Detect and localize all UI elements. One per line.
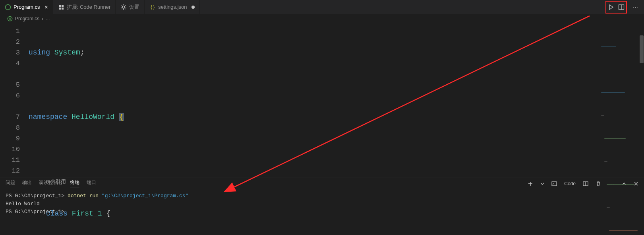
csharp-icon (7, 16, 13, 21)
svg-point-0 (6, 4, 11, 10)
tab-0[interactable]: Program.cs× (0, 0, 53, 14)
tab-1[interactable]: 扩展: Code Runner (53, 0, 116, 14)
json-icon: {} (149, 4, 156, 10)
svg-point-5 (122, 6, 125, 8)
tab-actions: ··· (605, 0, 644, 14)
svg-rect-1 (59, 5, 61, 7)
gear-icon (120, 4, 127, 10)
svg-rect-4 (62, 8, 64, 10)
svg-point-8 (8, 16, 12, 21)
annotation-run-highlight (605, 1, 627, 14)
codelens-class[interactable]: 0 个引用 (46, 176, 66, 187)
svg-rect-3 (59, 8, 61, 10)
editor[interactable]: 123456789101112 using System; namespace … (0, 23, 644, 177)
dirty-dot-icon (191, 6, 195, 9)
tab-label: Program.cs (14, 4, 40, 10)
run-icon[interactable] (608, 4, 614, 10)
close-icon[interactable]: × (44, 4, 48, 10)
svg-rect-2 (62, 5, 64, 7)
tab-label: 设置 (129, 4, 139, 11)
tab-label: settings.json (158, 4, 187, 10)
breadcrumb[interactable]: Program.cs › ... (0, 14, 644, 23)
tab-2[interactable]: 设置 (116, 0, 145, 14)
breadcrumb-more: ... (46, 16, 50, 21)
line-gutter: 123456789101112 (0, 23, 29, 177)
minimap[interactable] (601, 24, 637, 48)
csharp-icon (5, 4, 11, 10)
ext-icon (58, 4, 64, 10)
more-icon[interactable]: ··· (632, 4, 639, 10)
code-area[interactable]: using System; namespace HelloWorld { 0 个… (29, 23, 644, 177)
panel-tab-problems[interactable]: 问题 (6, 179, 15, 188)
tab-bar: Program.cs×扩展: Code Runner设置{}settings.j… (0, 0, 644, 14)
split-editor-icon[interactable] (618, 4, 625, 10)
chevron-right-icon: › (42, 16, 43, 21)
tab-label: 扩展: Code Runner (67, 4, 111, 11)
breadcrumb-file: Program.cs (15, 16, 39, 21)
tab-3[interactable]: {}settings.json (145, 0, 200, 14)
editor-scrollbar[interactable] (638, 23, 644, 177)
